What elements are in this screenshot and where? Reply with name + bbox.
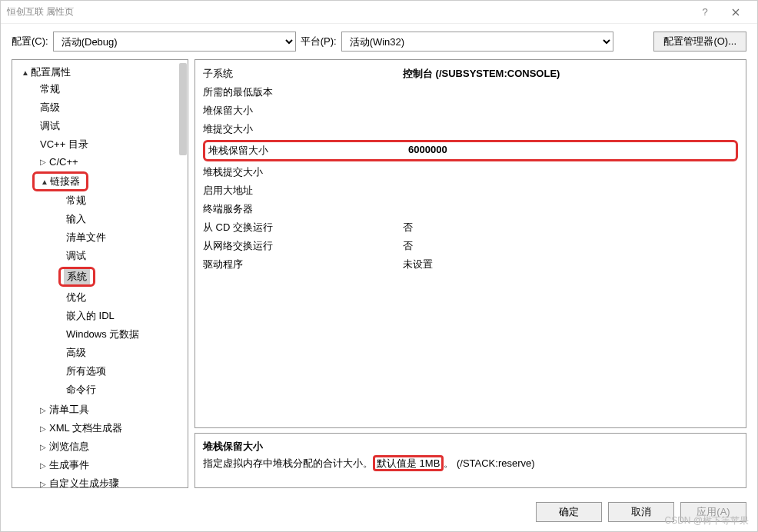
tree-item-linker-cmd[interactable]: 命令行 [63, 382, 188, 397]
property-label: 堆保留大小 [203, 104, 403, 118]
property-value[interactable] [403, 202, 738, 216]
config-select[interactable]: 活动(Debug) [53, 32, 296, 52]
property-value[interactable] [403, 184, 738, 198]
property-row[interactable]: 从网络交换运行否 [203, 237, 738, 255]
property-value[interactable] [403, 165, 738, 179]
property-label: 从 CD 交换运行 [203, 221, 403, 234]
property-label: 子系统 [203, 67, 403, 81]
property-row[interactable]: 子系统控制台 (/SUBSYSTEM:CONSOLE) [203, 65, 738, 83]
property-row[interactable]: 堆提交大小 [203, 120, 738, 138]
config-toolbar: 配置(C): 活动(Debug) 平台(P): 活动(Win32) 配置管理器(… [1, 24, 757, 59]
description-body: 指定虚拟内存中堆栈分配的合计大小。默认值是 1MB。 (/STACK:reser… [203, 457, 738, 470]
property-row[interactable]: 终端服务器 [203, 200, 738, 218]
property-label: 驱动程序 [203, 258, 403, 271]
property-label: 堆栈保留大小 [208, 144, 408, 158]
platform-label: 平台(P): [301, 35, 337, 48]
tree-item-custom-build[interactable]: ▷自定义生成步骤 [37, 476, 188, 488]
close-button[interactable] [720, 2, 751, 23]
tree-item-vcpp-dirs[interactable]: VC++ 目录 [37, 137, 188, 152]
caret-right-icon: ▷ [40, 406, 49, 414]
tree-item-linker[interactable]: ▲链接器 [38, 174, 83, 189]
property-page-window: 恒创互联 属性页 ? 配置(C): 活动(Debug) 平台(P): 活动(Wi… [0, 0, 758, 532]
config-label: 配置(C): [12, 35, 48, 48]
tree-item-linker-idl[interactable]: 嵌入的 IDL [63, 308, 188, 324]
caret-right-icon: ▷ [40, 424, 49, 433]
help-button[interactable]: ? [690, 2, 720, 23]
property-row[interactable]: 启用大地址 [203, 181, 738, 200]
ok-button[interactable]: 确定 [536, 502, 602, 522]
scrollbar-thumb[interactable] [179, 63, 187, 155]
property-row[interactable]: 堆栈保留大小6000000 [203, 140, 738, 161]
tree-item-linker-debug[interactable]: 调试 [63, 248, 188, 264]
property-row[interactable]: 堆栈提交大小 [203, 163, 738, 181]
properties-grid[interactable]: 子系统控制台 (/SUBSYSTEM:CONSOLE)所需的最低版本堆保留大小堆… [194, 59, 746, 428]
property-row[interactable]: 从 CD 交换运行否 [203, 218, 738, 237]
property-label: 终端服务器 [203, 202, 403, 216]
tree-item-advanced[interactable]: 高级 [37, 100, 188, 115]
property-value[interactable]: 否 [403, 221, 738, 234]
tree-item-linker-optimize[interactable]: 优化 [63, 290, 188, 305]
tree-item-linker-winmd[interactable]: Windows 元数据 [63, 327, 188, 342]
highlight-linker: ▲链接器 [32, 171, 88, 191]
tree-item-build-events[interactable]: ▷生成事件 [37, 457, 188, 473]
tree-item-general[interactable]: 常规 [37, 81, 188, 97]
property-label: 启用大地址 [203, 184, 403, 198]
tree-item-manifest-tool[interactable]: ▷清单工具 [37, 402, 188, 417]
highlight-system: 系统 [58, 267, 95, 287]
property-row[interactable]: 堆保留大小 [203, 101, 738, 120]
property-value[interactable] [403, 122, 738, 136]
tree-item-cpp[interactable]: ▷C/C++ [37, 155, 188, 168]
caret-right-icon: ▷ [40, 158, 49, 166]
property-value[interactable]: 6000000 [408, 144, 733, 158]
tree-item-linker-system[interactable]: 系统 [64, 269, 90, 284]
tree-item-linker-advanced[interactable]: 高级 [63, 345, 188, 361]
watermark-text: CSDN @树下等苹果 [664, 514, 749, 527]
property-row[interactable]: 所需的最低版本 [203, 83, 738, 101]
property-value[interactable]: 否 [403, 239, 738, 253]
tree-item-linker-manifest[interactable]: 清单文件 [63, 230, 188, 245]
window-title: 恒创互联 属性页 [7, 5, 690, 18]
property-value[interactable] [403, 104, 738, 118]
close-icon [732, 8, 740, 16]
dialog-footer: 确定 取消 应用(A) [1, 496, 757, 531]
caret-right-icon: ▷ [40, 480, 49, 488]
property-label: 所需的最低版本 [203, 85, 403, 99]
tree-item-debug[interactable]: 调试 [37, 118, 188, 134]
description-panel: 堆栈保留大小 指定虚拟内存中堆栈分配的合计大小。默认值是 1MB。 (/STAC… [194, 433, 746, 488]
property-label: 堆栈提交大小 [203, 165, 403, 179]
property-value[interactable]: 控制台 (/SUBSYSTEM:CONSOLE) [403, 67, 738, 81]
caret-down-icon: ▲ [41, 178, 50, 186]
property-value[interactable] [403, 85, 738, 99]
titlebar: 恒创互联 属性页 ? [1, 1, 757, 24]
property-row[interactable]: 驱动程序未设置 [203, 255, 738, 274]
tree-item-browse[interactable]: ▷浏览信息 [37, 439, 188, 454]
highlight-default-value: 默认值是 1MB [373, 455, 444, 471]
tree-root-config[interactable]: ▲配置属性 [18, 65, 188, 80]
caret-right-icon: ▷ [40, 461, 49, 470]
description-title: 堆栈保留大小 [203, 440, 738, 454]
property-label: 堆提交大小 [203, 122, 403, 136]
config-manager-button[interactable]: 配置管理器(O)... [653, 32, 746, 52]
tree-item-linker-general[interactable]: 常规 [63, 193, 188, 208]
caret-down-icon: ▲ [22, 68, 31, 77]
property-label: 从网络交换运行 [203, 239, 403, 253]
caret-right-icon: ▷ [40, 443, 49, 451]
tree-item-linker-all[interactable]: 所有选项 [63, 364, 188, 379]
tree-item-xml-doc[interactable]: ▷XML 文档生成器 [37, 421, 188, 436]
property-value[interactable]: 未设置 [403, 258, 738, 271]
tree-item-linker-input[interactable]: 输入 [63, 211, 188, 227]
platform-select[interactable]: 活动(Win32) [341, 32, 613, 52]
property-tree[interactable]: ▲配置属性 常规 高级 调试 VC++ 目录 ▷C/C++ ▲链接器 常规 输入… [12, 59, 188, 488]
